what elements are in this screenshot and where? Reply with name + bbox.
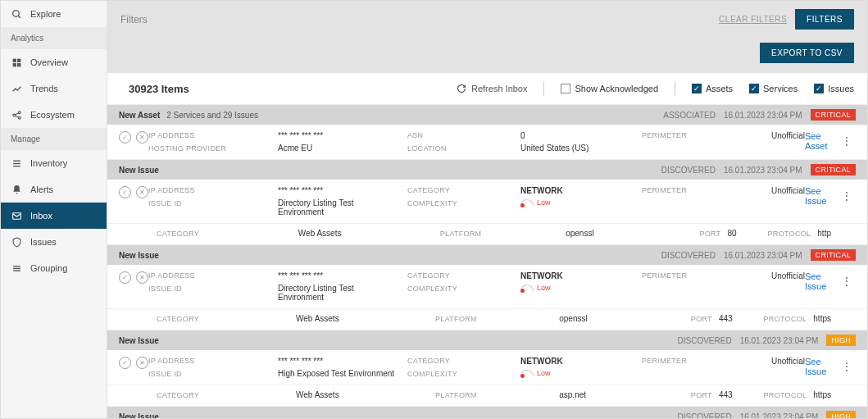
detail-row: CATEGORY Web Assets PLATFORM openssl POR… xyxy=(107,309,867,330)
sidebar-item-trends[interactable]: Trends xyxy=(1,75,107,102)
severity-badge: CRITICAL xyxy=(811,164,856,175)
checkbox-icon xyxy=(749,84,759,93)
sidebar-label: Inbox xyxy=(30,211,52,221)
show-acknowledged-checkbox[interactable]: Show Acknowledged xyxy=(561,84,658,93)
field-label: IP ADDRESS xyxy=(148,131,271,139)
location-value: United States (US) xyxy=(520,143,635,153)
row-menu-icon[interactable]: ⋮ xyxy=(838,360,856,373)
checkbox-label: Services xyxy=(763,84,798,93)
filters-bar: Filters CLEAR FILTERS FILTERS xyxy=(107,1,867,38)
filters-button[interactable]: FILTERS xyxy=(795,9,854,30)
refresh-label: Refresh Inbox xyxy=(471,84,527,93)
group-type: New Issue xyxy=(119,166,159,175)
sidebar-item-inventory[interactable]: Inventory xyxy=(1,150,107,176)
sidebar: Explore Analytics Overview Trends Ecosys… xyxy=(1,1,107,418)
row-menu-icon[interactable]: ⋮ xyxy=(838,275,856,288)
acknowledge-icon[interactable]: ✓ xyxy=(119,357,131,369)
sidebar-item-explore[interactable]: Explore xyxy=(1,1,107,27)
field-label: CATEGORY xyxy=(407,186,514,194)
acknowledge-icon[interactable]: ✓ xyxy=(119,131,131,143)
sidebar-label: Ecosystem xyxy=(30,110,75,120)
sidebar-item-grouping[interactable]: Grouping xyxy=(1,255,107,281)
sidebar-item-alerts[interactable]: Alerts xyxy=(1,176,107,203)
see-issue-link[interactable]: See Issue xyxy=(805,271,829,291)
field-label: IP ADDRESS xyxy=(148,186,271,194)
export-csv-button[interactable]: EXPORT TO CSV xyxy=(760,43,854,63)
shield-icon xyxy=(11,236,22,248)
timestamp: 16.01.2023 23:04 PM xyxy=(724,251,802,260)
sidebar-label: Inventory xyxy=(30,158,67,168)
host-value: Acme EU xyxy=(278,143,401,153)
row-menu-icon[interactable]: ⋮ xyxy=(838,189,856,203)
complexity-value: Low xyxy=(537,198,551,207)
group-type: New Issue xyxy=(119,251,159,260)
severity-badge: HIGH xyxy=(826,411,856,418)
clear-filters-link[interactable]: CLEAR FILTERS xyxy=(719,15,787,24)
sidebar-label: Overview xyxy=(30,57,68,67)
group-type: New Asset xyxy=(119,111,160,120)
checkbox-label: Assets xyxy=(706,84,733,93)
row-menu-icon[interactable]: ⋮ xyxy=(838,134,856,148)
list-row: ✓ ✕ IP ADDRESS HOSTING PROVIDER *** *** … xyxy=(107,125,867,160)
sidebar-label: Grouping xyxy=(30,263,67,273)
dashboard-icon xyxy=(11,57,22,68)
list-row: ✓ ✕ IP ADDRESS ISSUE ID *** *** *** *** … xyxy=(107,265,867,309)
group-type: New Issue xyxy=(119,336,159,345)
filter-assets-checkbox[interactable]: Assets xyxy=(692,84,733,93)
field-label: LOCATION xyxy=(407,144,514,153)
gauge-icon xyxy=(520,285,534,291)
list-row: ✓ ✕ IP ADDRESS ISSUE ID *** *** *** *** … xyxy=(107,180,867,224)
share-icon xyxy=(11,109,22,121)
refresh-inbox-button[interactable]: Refresh Inbox xyxy=(457,84,527,93)
dismiss-icon[interactable]: ✕ xyxy=(136,357,148,369)
gauge-icon xyxy=(520,370,534,376)
sidebar-label: Explore xyxy=(30,9,61,19)
perimeter-value: Unofficial xyxy=(771,131,805,140)
svg-rect-2 xyxy=(12,58,16,61)
see-asset-link[interactable]: See Asset xyxy=(805,131,829,151)
ip-value: *** *** *** *** xyxy=(278,131,401,140)
detail-row: CATEGORY Web Assets PLATFORM asp.net POR… xyxy=(107,385,867,407)
svg-rect-3 xyxy=(17,58,20,61)
checkbox-icon xyxy=(814,84,824,93)
acknowledge-icon[interactable]: ✓ xyxy=(119,271,131,284)
svg-line-1 xyxy=(18,16,20,18)
sidebar-label: Alerts xyxy=(30,184,53,194)
meta-label: DISCOVERED xyxy=(678,336,732,345)
refresh-icon xyxy=(457,84,466,93)
perimeter-value: Unofficial xyxy=(771,186,805,195)
sidebar-section-manage: Manage xyxy=(1,128,107,150)
main-content: Filters CLEAR FILTERS FILTERS EXPORT TO … xyxy=(107,1,867,418)
filter-issues-checkbox[interactable]: Issues xyxy=(814,84,854,93)
group-header: New Asset 2 Services and 29 Issues ASSOC… xyxy=(107,105,867,125)
acknowledge-icon[interactable]: ✓ xyxy=(119,186,131,198)
see-issue-link[interactable]: See Issue xyxy=(805,186,829,206)
toolbar: 30923 Items Refresh Inbox Show Acknowled… xyxy=(107,73,867,105)
inbox-icon xyxy=(11,210,22,221)
group-header: New Issue DISCOVERED 16.01.2023 23:04 PM… xyxy=(107,407,867,418)
dismiss-icon[interactable]: ✕ xyxy=(136,131,148,143)
sidebar-item-inbox[interactable]: Inbox xyxy=(1,203,107,229)
timestamp: 16.01.2023 23:04 PM xyxy=(740,412,819,419)
group-header: New Issue DISCOVERED 16.01.2023 23:04 PM… xyxy=(107,245,867,265)
meta-label: DISCOVERED xyxy=(661,166,716,175)
svg-line-10 xyxy=(15,116,18,117)
filter-services-checkbox[interactable]: Services xyxy=(749,84,798,93)
dismiss-icon[interactable]: ✕ xyxy=(136,186,148,198)
svg-point-0 xyxy=(12,10,19,16)
list-row: ✓ ✕ IP ADDRESS ISSUE ID *** *** *** *** … xyxy=(107,350,867,385)
inbox-list: New Asset 2 Services and 29 Issues ASSOC… xyxy=(107,105,867,418)
see-issue-link[interactable]: See Issue xyxy=(805,357,829,376)
checkbox-icon xyxy=(561,84,570,93)
search-icon xyxy=(11,8,22,20)
svg-line-9 xyxy=(15,112,18,114)
group-type: New Issue xyxy=(119,412,159,419)
sidebar-item-ecosystem[interactable]: Ecosystem xyxy=(1,102,107,128)
field-label: ASN xyxy=(407,131,514,139)
sidebar-label: Trends xyxy=(30,84,58,93)
dismiss-icon[interactable]: ✕ xyxy=(136,271,148,284)
stack-icon xyxy=(11,262,22,274)
svg-rect-5 xyxy=(17,63,20,66)
sidebar-item-issues[interactable]: Issues xyxy=(1,229,107,255)
sidebar-item-overview[interactable]: Overview xyxy=(1,49,107,75)
